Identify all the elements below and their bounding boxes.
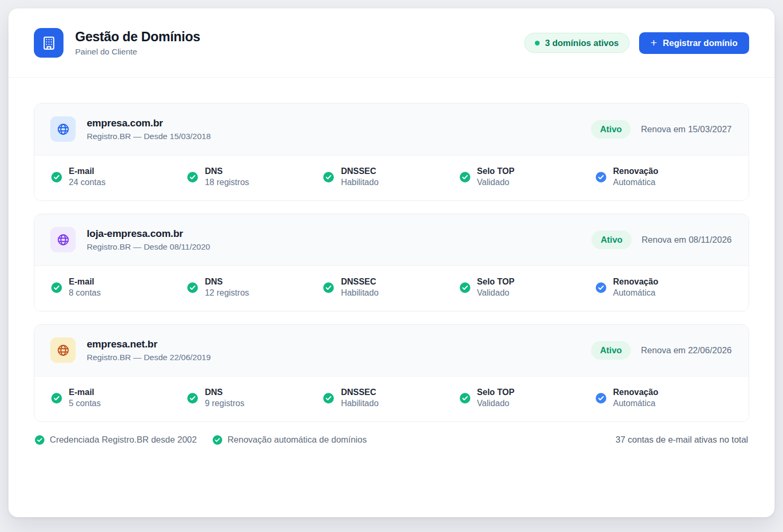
email-accounts-total: 37 contas de e-mail ativas no total	[616, 435, 748, 445]
domain-management-panel: Gestão de Domínios Painel do Cliente 3 d…	[8, 8, 775, 517]
header-title-group: Gestão de Domínios Painel do Cliente	[34, 28, 200, 58]
page-subtitle: Painel do Cliente	[75, 47, 200, 57]
feature-label: E-mail	[69, 167, 105, 176]
summary-auto-renewal: Renovação automática de domínios	[213, 435, 367, 445]
feature-label: Selo TOP	[477, 388, 515, 397]
feature-item: DNSSEC Habilitado	[323, 167, 459, 187]
feature-item: Selo TOP Validado	[460, 388, 596, 408]
feature-item: E-mail 5 contas	[51, 388, 187, 408]
check-circle-icon	[51, 282, 62, 293]
check-circle-icon	[460, 282, 470, 293]
feature-label: DNSSEC	[341, 277, 378, 287]
domain-card-header: empresa.com.br Registro.BR — Desde 15/03…	[34, 104, 749, 155]
domain-meta: Ativo Renova em 22/06/2026	[591, 341, 732, 360]
summary-accredited-label: Credenciada Registro.BR desde 2002	[50, 435, 197, 445]
feature-item: Renovação Automática	[596, 167, 732, 187]
feature-item: Renovação Automática	[596, 388, 732, 408]
check-circle-icon	[51, 172, 62, 182]
feature-label: DNS	[205, 277, 249, 287]
check-circle-icon	[187, 393, 198, 403]
globe-icon	[50, 116, 76, 142]
domain-meta: Ativo Renova em 08/11/2026	[591, 231, 732, 249]
feature-item: DNS 18 registros	[187, 167, 323, 187]
feature-value: Validado	[477, 288, 515, 298]
summary-auto-renewal-label: Renovação automática de domínios	[227, 435, 367, 445]
feature-item: Renovação Automática	[596, 277, 732, 298]
building-icon	[34, 28, 63, 58]
register-domain-button-label: Registrar domínio	[663, 38, 738, 48]
panel-main: empresa.com.br Registro.BR — Desde 15/03…	[8, 78, 775, 470]
domain-name: empresa.com.br	[87, 117, 211, 129]
feature-item: E-mail 8 contas	[51, 277, 187, 298]
check-circle-icon	[596, 282, 606, 293]
feature-label: DNSSEC	[341, 388, 378, 397]
active-domains-badge: 3 domínios ativos	[524, 33, 629, 53]
feature-value: 5 contas	[69, 399, 101, 408]
active-domains-badge-label: 3 domínios ativos	[545, 38, 618, 48]
domain-card[interactable]: loja-empresa.com.br Registro.BR — Desde …	[34, 214, 749, 311]
status-badge: Ativo	[591, 231, 631, 249]
feature-value: 8 contas	[69, 288, 101, 298]
domain-list: empresa.com.br Registro.BR — Desde 15/03…	[34, 103, 749, 422]
summary-accredited: Credenciada Registro.BR desde 2002	[35, 435, 197, 445]
domain-identity: empresa.net.br Registro.BR — Desde 22/06…	[50, 337, 211, 363]
globe-icon	[50, 337, 76, 363]
domain-card-header: loja-empresa.com.br Registro.BR — Desde …	[34, 214, 749, 265]
renewal-date: Renova em 08/11/2026	[642, 235, 732, 245]
feature-value: Automática	[613, 178, 658, 187]
domain-identity: empresa.com.br Registro.BR — Desde 15/03…	[50, 116, 211, 142]
feature-label: Selo TOP	[477, 167, 515, 176]
feature-label: E-mail	[69, 388, 101, 397]
globe-icon	[50, 227, 76, 252]
domain-name: empresa.net.br	[87, 338, 211, 350]
summary-row: Credenciada Registro.BR desde 2002 Renov…	[34, 435, 749, 445]
domain-card[interactable]: empresa.com.br Registro.BR — Desde 15/03…	[34, 103, 749, 201]
feature-item: Selo TOP Validado	[460, 167, 596, 187]
domain-meta: Ativo Renova em 15/03/2027	[591, 120, 732, 139]
feature-value: 9 registros	[205, 399, 244, 408]
feature-value: Automática	[613, 288, 658, 298]
domain-features: E-mail 5 contas DNS 9 registros	[34, 376, 749, 421]
feature-value: 12 registros	[205, 288, 249, 298]
feature-label: Renovação	[613, 277, 658, 287]
check-circle-icon	[35, 435, 44, 445]
feature-label: Renovação	[613, 388, 658, 397]
register-domain-button[interactable]: + Registrar domínio	[639, 32, 749, 54]
check-circle-icon	[596, 393, 606, 403]
feature-value: Validado	[477, 178, 515, 187]
renewal-date: Renova em 22/06/2026	[641, 345, 732, 355]
feature-value: Habilitado	[341, 178, 378, 187]
feature-value: Automática	[613, 399, 658, 408]
panel-header: Gestão de Domínios Painel do Cliente 3 d…	[8, 8, 775, 78]
plus-icon: +	[651, 37, 657, 48]
feature-label: E-mail	[69, 277, 101, 287]
domain-registrar: Registro.BR — Desde 08/11/2020	[87, 242, 210, 252]
feature-item: DNS 12 registros	[187, 277, 323, 298]
feature-value: 18 registros	[205, 178, 249, 187]
feature-label: DNSSEC	[341, 167, 378, 176]
check-circle-icon	[187, 172, 198, 182]
check-circle-icon	[213, 435, 222, 445]
status-badge: Ativo	[591, 341, 631, 360]
domain-registrar: Registro.BR — Desde 22/06/2019	[87, 353, 211, 362]
feature-label: DNS	[205, 388, 244, 397]
feature-value: 24 contas	[69, 178, 105, 187]
feature-label: Renovação	[613, 167, 658, 176]
domain-card[interactable]: empresa.net.br Registro.BR — Desde 22/06…	[34, 324, 749, 422]
page-title: Gestão de Domínios	[75, 29, 200, 44]
check-circle-icon	[460, 393, 470, 403]
domain-card-header: empresa.net.br Registro.BR — Desde 22/06…	[34, 325, 749, 376]
status-badge: Ativo	[591, 120, 631, 139]
feature-label: DNS	[205, 167, 249, 176]
feature-item: DNSSEC Habilitado	[323, 277, 459, 298]
domain-registrar: Registro.BR — Desde 15/03/2018	[87, 132, 211, 141]
domain-features: E-mail 24 contas DNS 18 registros	[34, 155, 749, 200]
domain-features: E-mail 8 contas DNS 12 registros	[34, 265, 749, 311]
renewal-date: Renova em 15/03/2027	[641, 124, 732, 134]
feature-label: Selo TOP	[477, 277, 515, 287]
header-actions: 3 domínios ativos + Registrar domínio	[524, 32, 749, 54]
green-dot-icon	[535, 41, 540, 45]
feature-item: E-mail 24 contas	[51, 167, 187, 187]
check-circle-icon	[51, 393, 62, 403]
domain-name: loja-empresa.com.br	[87, 228, 210, 240]
